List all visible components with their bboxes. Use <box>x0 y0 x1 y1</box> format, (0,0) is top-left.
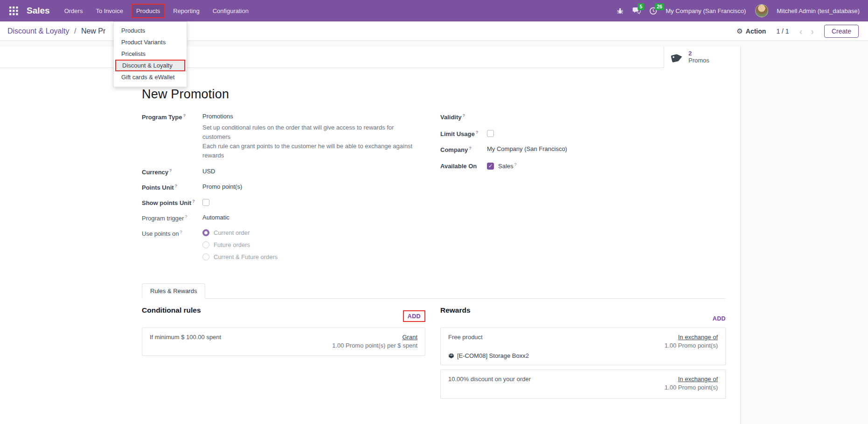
nav-item-to-invoice[interactable]: To Invoice <box>90 4 128 18</box>
use-points-on-field: Use points on? Current order Future orde… <box>142 229 425 260</box>
form-body: Program Name? New Promotion Program Type… <box>0 68 740 403</box>
help-hint: ? <box>180 230 182 234</box>
notebook: Rules & Rewards Conditional rules ADD <box>142 283 725 403</box>
currency-field: Currency? USD <box>142 168 425 176</box>
reward-exchange-link[interactable]: In exchange of <box>678 334 718 341</box>
reward-exchange-link[interactable]: In exchange of <box>678 376 718 383</box>
radio-selected-icon <box>202 229 209 236</box>
show-points-unit-field: Show points Unit? <box>142 198 425 207</box>
program-trigger-field: Program trigger? Automatic <box>142 214 425 222</box>
action-menu-button[interactable]: ⚙ Action <box>736 27 766 35</box>
app-name[interactable]: Sales <box>27 6 50 16</box>
reward-card[interactable]: 10.00% discount on your order In exchang… <box>440 369 726 399</box>
reward-product[interactable]: [E-COM08] Storage Boxx2 <box>457 352 529 359</box>
reward-cost: 1.00 Promo point(s) <box>665 342 718 349</box>
menu-item-pricelists[interactable]: Pricelists <box>114 48 187 60</box>
menu-item-discount-loyalty[interactable]: Discount & Loyalty <box>115 60 185 71</box>
activities-count-badge: 26 <box>655 3 664 11</box>
reward-card[interactable]: Free product [E-COM08] Storage Boxx2 <box>440 328 726 365</box>
nav-item-products[interactable]: Products <box>131 4 165 18</box>
show-points-unit-checkbox[interactable] <box>202 199 209 206</box>
messages-icon[interactable]: 5 <box>632 7 641 15</box>
program-name-label: Program Name? <box>142 78 725 86</box>
help-hint: ? <box>192 199 195 204</box>
tag-icon <box>670 52 684 63</box>
activities-clock-icon[interactable]: 26 <box>649 7 657 15</box>
rule-grant-link[interactable]: Grant <box>402 334 417 341</box>
help-hint: ? <box>175 184 178 188</box>
apps-grid-icon[interactable] <box>7 4 21 18</box>
annotation-box-add-rule: ADD <box>403 310 425 322</box>
top-navbar: Sales Orders To Invoice Products Reporti… <box>0 0 868 21</box>
available-on-label: Available On <box>440 162 487 170</box>
available-on-sales-checkbox[interactable]: ✓ <box>487 163 494 170</box>
company-switcher[interactable]: My Company (San Francisco) <box>666 7 746 14</box>
program-trigger-label: Program trigger? <box>142 214 202 222</box>
menu-item-product-variants[interactable]: Product Variants <box>114 36 187 48</box>
add-rule-button[interactable]: ADD <box>408 313 421 320</box>
program-name-value[interactable]: New Promotion <box>142 87 725 102</box>
limit-usage-checkbox[interactable] <box>487 130 494 137</box>
tab-bar: Rules & Rewards <box>142 283 725 299</box>
program-type-field: Program Type? Promotions Set up conditio… <box>142 113 425 161</box>
add-reward-button[interactable]: ADD <box>713 315 726 322</box>
menu-item-products[interactable]: Products <box>114 25 187 36</box>
help-hint: ? <box>185 214 187 219</box>
limit-usage-field: Limit Usage? <box>440 130 726 138</box>
radio-future-orders[interactable]: Future orders <box>202 241 278 248</box>
rule-grant-detail: 1.00 Promo point(s) per $ spent <box>332 342 417 349</box>
help-hint: ? <box>169 168 172 173</box>
radio-unselected-icon <box>202 241 209 248</box>
pager-next-icon[interactable]: › <box>811 27 814 36</box>
screen: Sales Orders To Invoice Products Reporti… <box>0 0 868 424</box>
user-avatar[interactable] <box>755 4 768 17</box>
radio-current-order[interactable]: Current order <box>202 229 278 236</box>
page-background: 2 Promos Program Name? New Promotion <box>0 41 868 424</box>
show-points-unit-label: Show points Unit? <box>142 198 202 206</box>
tab-rules-rewards[interactable]: Rules & Rewards <box>142 283 205 299</box>
pager-previous-icon[interactable]: ‹ <box>799 27 803 36</box>
form-group-left: Program Type? Promotions Set up conditio… <box>142 113 425 267</box>
breadcrumb-current: New Pr <box>81 27 105 35</box>
products-dropdown-menu: Products Product Variants Pricelists Dis… <box>113 21 187 87</box>
promos-label: Promos <box>688 57 709 64</box>
nav-item-orders[interactable]: Orders <box>59 4 88 18</box>
points-unit-field: Points Unit? Promo point(s) <box>142 183 425 191</box>
nav-item-configuration[interactable]: Configuration <box>208 4 254 18</box>
nav-item-reporting[interactable]: Reporting <box>168 4 204 18</box>
program-trigger-value: Automatic <box>202 214 229 221</box>
create-button[interactable]: Create <box>824 25 859 38</box>
reward-title: Free product <box>448 334 529 341</box>
company-value: My Company (San Francisco) <box>487 145 567 152</box>
user-menu[interactable]: Mitchell Admin (test_database) <box>777 7 860 14</box>
currency-value: USD <box>202 168 215 175</box>
conditional-rules-section: Conditional rules ADD If minimum $ 100.0… <box>142 306 425 403</box>
promos-count: 2 <box>688 50 709 57</box>
program-type-label: Program Type? <box>142 113 202 121</box>
messages-count-badge: 5 <box>638 3 644 11</box>
action-label: Action <box>746 27 766 35</box>
promos-stat-button[interactable]: 2 Promos <box>664 47 740 68</box>
breadcrumb-separator: / <box>74 27 76 35</box>
breadcrumb-parent-link[interactable]: Discount & Loyalty <box>7 27 69 35</box>
radio-current-future-orders[interactable]: Current & Future orders <box>202 253 278 260</box>
help-hint: ? <box>514 162 517 167</box>
points-unit-value: Promo point(s) <box>202 183 242 190</box>
company-label: Company? <box>440 145 487 153</box>
menu-item-gift-cards-ewallet[interactable]: Gift cards & eWallet <box>114 71 187 83</box>
form-group-right: Validity? Limit Usage? Company? My Compa… <box>440 113 726 267</box>
validity-field: Validity? <box>440 113 726 121</box>
rule-condition: If minimum $ 100.00 spent <box>150 334 221 341</box>
points-unit-label: Points Unit? <box>142 183 202 191</box>
radio-unselected-icon <box>202 253 209 260</box>
available-on-field: Available On ✓ Sales? <box>440 162 726 171</box>
help-hint: ? <box>476 130 479 135</box>
help-hint: ? <box>183 113 186 118</box>
rule-card[interactable]: If minimum $ 100.00 spent Grant 1.00 Pro… <box>142 328 425 356</box>
form-sheet: 2 Promos Program Name? New Promotion <box>0 47 741 424</box>
currency-label: Currency? <box>142 168 202 176</box>
pager-counter[interactable]: 1 / 1 <box>776 27 789 35</box>
form-status-row: 2 Promos <box>0 47 740 68</box>
company-field: Company? My Company (San Francisco) <box>440 145 726 154</box>
debug-bug-icon[interactable] <box>617 7 624 14</box>
